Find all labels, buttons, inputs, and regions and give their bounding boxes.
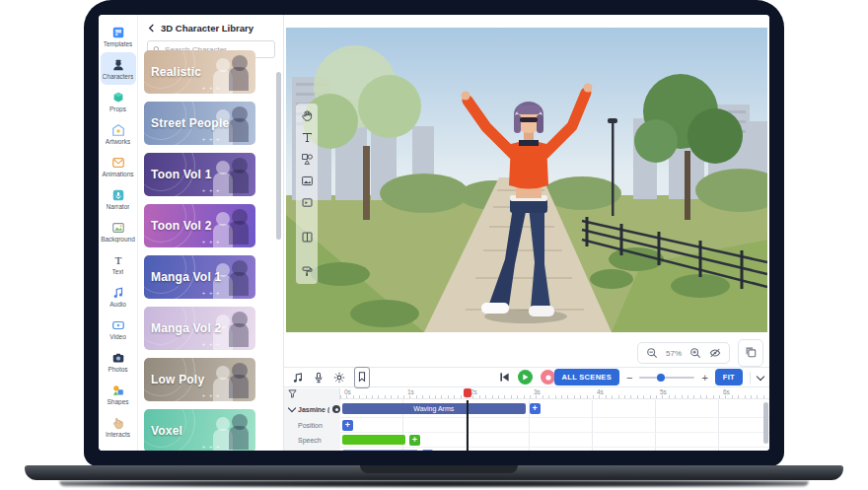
sidebar-item-label: Narrator <box>107 203 130 210</box>
sidebar-item-characters[interactable]: Characters <box>101 52 136 85</box>
category-card-manga-vol-2[interactable]: Manga Vol 2+ + + <box>144 307 255 350</box>
ruler-label: 0s <box>344 388 351 395</box>
bookmark-button[interactable] <box>354 367 370 388</box>
sidebar-item-text[interactable]: T Text <box>101 247 136 280</box>
hand-icon[interactable] <box>301 109 314 122</box>
zoom-level: 57% <box>666 349 682 358</box>
sidebar-item-label: Artworks <box>106 138 130 145</box>
category-card-manga-vol-1[interactable]: Manga Vol 1+ + + <box>144 255 255 299</box>
timeline-zoom-out[interactable]: − <box>626 373 632 383</box>
audio-icon <box>111 286 125 300</box>
add-position-button[interactable]: + <box>342 420 353 431</box>
ruler-label: 3s <box>534 388 541 395</box>
track-label-position[interactable]: Position <box>284 418 340 433</box>
characters-icon <box>111 58 125 72</box>
category-card-low-poly[interactable]: Low Poly+ + + <box>144 358 255 401</box>
timeline-zoom-slider[interactable] <box>639 377 694 379</box>
collapse-chevron-icon[interactable] <box>288 404 296 412</box>
paint-roller-icon[interactable] <box>301 265 314 278</box>
eye-off-icon[interactable] <box>709 347 721 359</box>
shapes-icon <box>111 384 125 397</box>
category-card-realistic[interactable]: Realistic+ + + <box>144 50 255 94</box>
add-camera-button[interactable]: + <box>422 450 433 451</box>
zoom-out-icon[interactable] <box>646 347 658 359</box>
ruler-label: 2s <box>470 388 477 395</box>
sidebar-item-audio[interactable]: Audio <box>101 280 136 313</box>
sidebar-item-background[interactable]: Background <box>101 215 136 247</box>
app-window: Templates Characters Props Artworks Anim… <box>99 15 769 451</box>
all-scenes-button[interactable]: ALL SCENES <box>554 369 619 385</box>
category-card-toon-vol-2[interactable]: Toon Vol 2+ + + <box>144 204 255 247</box>
zoom-in-icon[interactable] <box>689 347 701 359</box>
sidebar-item-label: Audio <box>109 301 126 308</box>
sidebar-item-narrator[interactable]: Narrator <box>101 182 136 215</box>
back-button[interactable] <box>147 24 156 33</box>
category-card-street-people[interactable]: Street People+ + + <box>144 102 255 145</box>
text-icon: T <box>111 253 125 267</box>
park-scene <box>286 28 767 332</box>
sidebar-item-label: Shapes <box>107 398 128 405</box>
sidebar-item-shapes[interactable]: Shapes <box>101 378 136 410</box>
focus-target-icon[interactable] <box>332 405 340 413</box>
split-view-icon[interactable] <box>301 231 314 244</box>
fit-button[interactable]: FIT <box>715 369 743 385</box>
clip-waving-arms[interactable]: Waving Arms <box>342 403 526 414</box>
panel-title: 3D Character Library <box>161 23 253 34</box>
sidebar-item-label: Interacts <box>106 431 130 438</box>
text-tool-icon[interactable] <box>301 131 314 144</box>
narrator-icon <box>111 188 125 202</box>
sidebar-item-interacts[interactable]: Interacts <box>101 410 136 443</box>
track-label-speech[interactable]: Speech <box>284 433 340 448</box>
category-card-toon-vol-1[interactable]: Toon Vol 1+ + + <box>144 153 255 196</box>
add-speech-button[interactable]: + <box>409 435 420 446</box>
sidebar-item-label: Templates <box>104 40 133 47</box>
templates-icon <box>111 26 125 39</box>
sidebar-item-templates[interactable]: Templates <box>101 20 136 52</box>
sidebar-item-animations[interactable]: Animations <box>101 150 136 182</box>
sidebar-item-label: Characters <box>103 73 134 80</box>
clip-camera-1[interactable]: Camera 1 <box>342 450 418 451</box>
laptop-bezel: Templates Characters Props Artworks Anim… <box>84 0 784 466</box>
timeline-zoom-in[interactable]: + <box>701 373 707 383</box>
shapes-tool-icon[interactable] <box>301 153 314 166</box>
chevron-down-icon[interactable] <box>757 372 764 380</box>
timeline-scrollbar[interactable] <box>763 402 768 444</box>
effects-icon[interactable] <box>333 372 345 384</box>
music-note-icon[interactable] <box>292 372 304 384</box>
sidebar: Templates Characters Props Artworks Anim… <box>99 15 138 451</box>
video-icon <box>111 318 125 332</box>
clip-speech[interactable] <box>342 435 405 445</box>
microphone-icon[interactable] <box>313 372 325 384</box>
sidebar-item-artworks[interactable]: Artworks <box>101 117 136 150</box>
sidebar-item-photos[interactable]: Photos <box>101 345 136 378</box>
duplicate-button[interactable] <box>738 339 763 367</box>
image-tool-icon[interactable] <box>301 175 314 187</box>
library-scrollbar[interactable] <box>276 72 281 240</box>
photos-icon <box>111 351 125 365</box>
duplicate-icon <box>745 346 757 358</box>
slider-knob[interactable] <box>657 374 665 382</box>
canvas-toolbar <box>296 104 318 284</box>
sidebar-item-label: Video <box>109 333 126 340</box>
play-button[interactable] <box>518 370 533 385</box>
filter-icon[interactable] <box>288 389 297 398</box>
playhead-flag[interactable] <box>464 388 471 397</box>
track-label-jasmine[interactable]: Jasmine (... <box>284 400 340 418</box>
sidebar-item-props[interactable]: Props <box>101 85 136 117</box>
skip-start-icon[interactable] <box>499 372 510 383</box>
track-labels: Jasmine (... Position Speech Camera <box>284 400 340 451</box>
playhead[interactable] <box>467 400 469 451</box>
ruler-label: 6s <box>723 388 730 395</box>
category-list: Realistic+ + + Street People+ + + Toon V… <box>144 50 255 451</box>
timeline-ruler[interactable]: 0s 1s 2s 3s 4s 5s 6s <box>340 388 769 399</box>
laptop-base <box>25 465 843 480</box>
sidebar-item-video[interactable]: Video <box>101 313 136 345</box>
track-label-camera[interactable]: Camera <box>284 448 340 451</box>
track-row-position: + <box>340 418 769 433</box>
page: Templates Characters Props Artworks Anim… <box>0 0 868 490</box>
track-row-speech: + <box>340 433 769 448</box>
sticker-tool-icon[interactable] <box>301 196 314 209</box>
canvas-stage[interactable] <box>286 28 767 332</box>
add-animation-button[interactable]: + <box>530 403 541 414</box>
category-card-voxel[interactable]: Voxel+ + + <box>144 409 255 451</box>
